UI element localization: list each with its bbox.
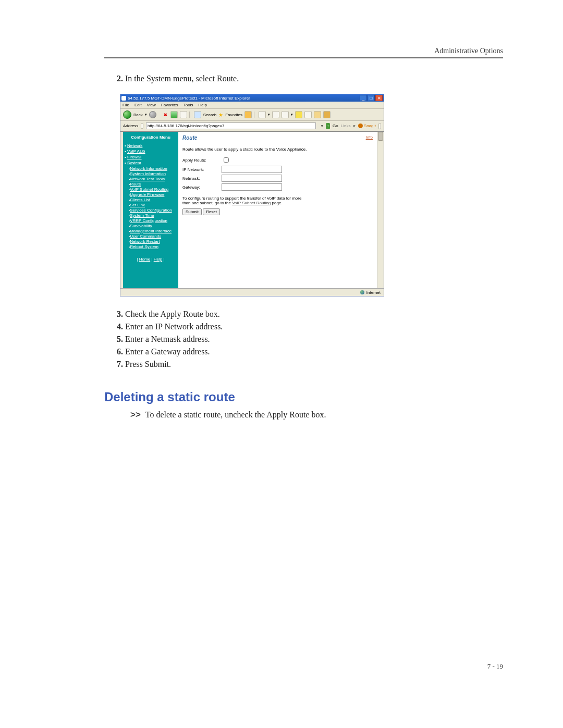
sidebar-item-clients-list[interactable]: Clients List bbox=[130, 198, 150, 202]
stop-icon[interactable]: ✖ bbox=[163, 113, 168, 117]
history-icon[interactable] bbox=[259, 111, 266, 118]
status-left-icon bbox=[124, 290, 128, 295]
print-icon[interactable] bbox=[282, 111, 289, 118]
sidebar-item-vrrp-configuration[interactable]: VRRP Configuration bbox=[130, 218, 167, 223]
sidebar-item-voip-alg[interactable]: VoIP ALG bbox=[127, 149, 145, 154]
address-input[interactable] bbox=[146, 122, 316, 129]
page-icon bbox=[141, 123, 143, 129]
back-icon[interactable] bbox=[123, 110, 131, 119]
toolbar: Back ▾ ✖ Search ★ Favorites ▾ ▾ bbox=[120, 109, 384, 121]
menu-favorites[interactable]: Favorites bbox=[161, 103, 178, 107]
routing-note: To configure routing to support the tran… bbox=[182, 196, 302, 205]
sidebar-item-network-test-tools[interactable]: Network Test Tools bbox=[130, 177, 165, 181]
sidebar-item-firewall[interactable]: Firewall bbox=[127, 155, 142, 159]
menu-file[interactable]: File bbox=[123, 103, 129, 107]
submit-button[interactable]: Submit bbox=[182, 208, 202, 215]
step-2: In the System menu, select Route. bbox=[125, 74, 503, 83]
netmask-label: Netmask: bbox=[182, 176, 222, 181]
search-icon[interactable] bbox=[194, 111, 201, 118]
favorites-icon[interactable]: ★ bbox=[218, 112, 223, 118]
sidebar-item-services-configuration[interactable]: Services Configuration bbox=[130, 208, 172, 213]
voip-subnet-routing-link[interactable]: VoIP Subnet Routing bbox=[232, 201, 271, 205]
step-6: Enter a Gateway address. bbox=[125, 347, 503, 356]
menu-bar: File Edit View Favorites Tools Help bbox=[120, 102, 384, 109]
arrow-glyph: >> bbox=[130, 410, 141, 419]
status-bar: Internet bbox=[120, 288, 384, 296]
apply-route-checkbox[interactable] bbox=[224, 157, 229, 163]
sidebar-help-link[interactable]: Help bbox=[154, 257, 162, 262]
favorites-label[interactable]: Favorites bbox=[225, 113, 242, 117]
route-panel: Route Info Route allows the user to appl… bbox=[178, 132, 377, 288]
discuss-icon[interactable] bbox=[304, 111, 312, 118]
ip-network-input[interactable] bbox=[222, 166, 282, 173]
step-7: Press Submit. bbox=[125, 360, 503, 369]
maximize-button[interactable]: □ bbox=[368, 95, 375, 101]
reset-button[interactable]: Reset bbox=[203, 208, 220, 215]
config-sidebar: Configuration Menu Network VoIP ALG Fire… bbox=[123, 132, 178, 288]
window-titlebar: 64.52.177.5 MGT-DMN-EdgeProtect1 - Micro… bbox=[120, 94, 384, 102]
zone-label: Internet bbox=[366, 290, 381, 295]
route-description: Route allows the user to apply a static … bbox=[182, 147, 373, 152]
netmask-input[interactable] bbox=[222, 175, 282, 182]
apply-route-label: Apply Route: bbox=[182, 158, 222, 163]
refresh-icon[interactable] bbox=[170, 111, 178, 118]
sidebar-item-reboot-system[interactable]: Reboot System bbox=[130, 244, 158, 249]
sidebar-item-management-interface[interactable]: Management Interface bbox=[130, 229, 172, 233]
gateway-label: Gateway: bbox=[182, 185, 222, 190]
address-label: Address bbox=[123, 124, 138, 128]
sidebar-item-system[interactable]: System bbox=[127, 161, 141, 165]
media-icon[interactable] bbox=[244, 111, 252, 118]
back-label[interactable]: Back bbox=[133, 113, 143, 117]
menu-help[interactable]: Help bbox=[198, 103, 206, 107]
sidebar-item-upgrade-firmware[interactable]: Upgrade Firmware bbox=[130, 192, 164, 197]
ie-icon bbox=[121, 96, 126, 101]
step-3: Check the Apply Route box. bbox=[125, 310, 503, 319]
menu-tools[interactable]: Tools bbox=[183, 103, 193, 107]
links-label[interactable]: Links bbox=[341, 124, 351, 128]
step-4: Enter an IP Network address. bbox=[125, 322, 503, 331]
home-icon[interactable] bbox=[180, 111, 187, 118]
step-5: Enter a Netmask address. bbox=[125, 335, 503, 344]
go-button[interactable]: → bbox=[326, 123, 330, 129]
sidebar-item-survivability[interactable]: Survivability bbox=[130, 224, 152, 228]
section-title: Administrative Options bbox=[104, 47, 503, 55]
address-bar: Address ▾ → Go Links » SnagIt bbox=[120, 121, 384, 131]
sidebar-title: Configuration Menu bbox=[125, 135, 177, 140]
page-number: 7 - 19 bbox=[487, 662, 503, 671]
mail-icon[interactable] bbox=[272, 111, 279, 118]
steps-before: In the System menu, select Route. bbox=[115, 74, 503, 83]
forward-icon[interactable] bbox=[149, 111, 156, 118]
sidebar-item-set-link[interactable]: Set Link bbox=[130, 203, 145, 207]
ip-network-label: IP Network: bbox=[182, 167, 222, 172]
sidebar-item-network-information[interactable]: Network Information bbox=[130, 166, 167, 171]
go-label[interactable]: Go bbox=[333, 124, 338, 128]
snagit-button[interactable]: SnagIt bbox=[358, 124, 376, 128]
sidebar-item-system-time[interactable]: System Time bbox=[130, 213, 154, 218]
snagit-settings-icon[interactable] bbox=[378, 123, 381, 129]
route-form: Apply Route: IP Network: Netmask: Gatewa… bbox=[182, 156, 373, 191]
minimize-button[interactable]: _ bbox=[360, 95, 367, 101]
sidebar-item-user-commands[interactable]: User Commands bbox=[130, 234, 161, 239]
menu-edit[interactable]: Edit bbox=[134, 103, 142, 107]
sidebar-item-system-information[interactable]: System Information bbox=[130, 171, 166, 176]
sidebar-item-route[interactable]: Route bbox=[130, 182, 141, 187]
steps-after: Check the Apply Route box. Enter an IP N… bbox=[115, 310, 503, 369]
messenger-icon[interactable] bbox=[314, 111, 321, 118]
delete-note-text: To delete a static route, uncheck the Ap… bbox=[145, 410, 326, 419]
search-label[interactable]: Search bbox=[203, 113, 216, 117]
sidebar-home-link[interactable]: Home bbox=[139, 257, 150, 262]
close-button[interactable]: ✕ bbox=[375, 95, 383, 101]
menu-view[interactable]: View bbox=[147, 103, 156, 107]
sidebar-item-network[interactable]: Network bbox=[127, 143, 142, 148]
gateway-input[interactable] bbox=[222, 183, 282, 191]
sidebar-item-voip-subnet-routing[interactable]: VoIP Subnet Routing bbox=[130, 187, 168, 192]
info-link[interactable]: Info bbox=[366, 135, 373, 140]
scrollbar-thumb[interactable] bbox=[378, 132, 383, 141]
scrollbar[interactable] bbox=[377, 132, 384, 288]
sidebar-item-network-restart[interactable]: Network Restart bbox=[130, 239, 160, 244]
edit-icon[interactable] bbox=[295, 111, 302, 118]
route-title: Route bbox=[182, 135, 197, 141]
research-icon[interactable] bbox=[323, 111, 331, 118]
deleting-heading: Deleting a static route bbox=[104, 390, 503, 404]
zone-icon bbox=[360, 290, 364, 294]
